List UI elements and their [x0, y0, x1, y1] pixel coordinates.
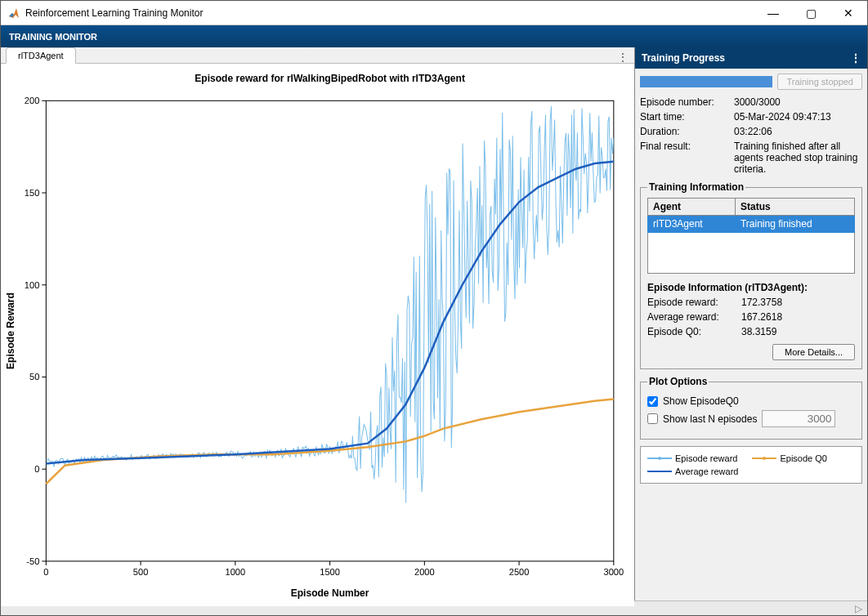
plot-options-group: Plot Options Show EpisodeQ0 Show last N … [640, 376, 862, 440]
svg-text:Episode Number: Episode Number [291, 587, 369, 599]
table-row[interactable]: rlTD3AgentTraining finished [648, 216, 855, 233]
tab-options-icon[interactable]: ⋮ [617, 51, 628, 64]
titlebar: Reinforcement Learning Training Monitor … [1, 1, 867, 25]
close-button[interactable]: ✕ [830, 1, 867, 25]
document-tabbar: rlTD3Agent ⋮ [1, 47, 634, 64]
cell-status: Training finished [735, 216, 854, 233]
ep-reward-value: 172.3758 [741, 297, 855, 308]
svg-text:-50: -50 [26, 556, 39, 566]
show-lastn-input[interactable] [762, 410, 835, 427]
ep-q0-label: Episode Q0: [647, 326, 741, 337]
training-information-legend: Training Information [647, 181, 745, 193]
show-episodeq0-row[interactable]: Show EpisodeQ0 [647, 395, 855, 407]
show-episodeq0-checkbox[interactable] [647, 396, 658, 407]
training-stopped-button: Training stopped [777, 74, 862, 90]
plot-options-legend: Plot Options [647, 376, 709, 387]
avg-reward-label: Average reward: [647, 311, 741, 323]
training-information-group: Training Information AgentStatus rlTD3Ag… [640, 181, 862, 369]
svg-text:3000: 3000 [604, 567, 624, 577]
svg-text:Episode reward for rlWalkingBi: Episode reward for rlWalkingBipedRobot w… [195, 73, 465, 84]
final-result-label: Final result: [640, 141, 734, 175]
matlab-logo-icon [7, 7, 20, 20]
svg-text:2000: 2000 [414, 567, 435, 577]
show-lastn-row[interactable]: Show last N episodes [647, 410, 855, 427]
episode-number-label: Episode number: [640, 96, 734, 108]
svg-text:0: 0 [43, 567, 48, 577]
chart-area[interactable]: 050010001500200025003000-50050100150200E… [1, 64, 634, 606]
svg-text:50: 50 [29, 372, 39, 382]
window-title: Reinforcement Learning Training Monitor [25, 7, 754, 19]
show-lastn-label: Show last N episodes [663, 413, 757, 425]
svg-text:Episode Reward: Episode Reward [5, 292, 16, 369]
training-progress-header: Training Progress ⋮ [635, 47, 867, 69]
minimize-button[interactable]: — [754, 1, 792, 25]
svg-text:2500: 2500 [509, 567, 530, 577]
svg-text:0: 0 [34, 464, 39, 474]
panel-options-icon[interactable]: ⋮ [850, 51, 861, 65]
maximize-button[interactable]: ▢ [792, 1, 830, 25]
episode-number-value: 3000/3000 [734, 96, 862, 108]
avg-reward-value: 167.2618 [741, 311, 855, 323]
agents-table[interactable]: AgentStatus rlTD3AgentTraining finished [647, 198, 855, 274]
cell-agent: rlTD3Agent [648, 216, 736, 233]
ep-q0-value: 38.3159 [741, 326, 855, 337]
duration-value: 03:22:06 [734, 126, 862, 137]
svg-text:200: 200 [25, 96, 39, 105]
more-details-button[interactable]: More Details... [772, 344, 855, 360]
svg-text:150: 150 [25, 188, 39, 198]
panel-title: Training Progress [642, 52, 725, 64]
tab-rltd3agent[interactable]: rlTD3Agent [6, 47, 76, 64]
episode-info-header: Episode Information (rlTD3Agent): [647, 282, 855, 293]
show-episodeq0-label: Show EpisodeQ0 [663, 395, 739, 407]
show-lastn-checkbox[interactable] [647, 413, 658, 424]
svg-text:100: 100 [25, 280, 39, 290]
progress-bar [640, 76, 772, 87]
start-time-label: Start time: [640, 111, 734, 123]
chart-legend: Episode reward Episode Q0 Average reward [640, 446, 862, 484]
start-time-value: 05-Mar-2024 09:47:13 [734, 111, 862, 123]
ep-reward-label: Episode reward: [647, 297, 741, 308]
toolstrip-tab[interactable]: TRAINING MONITOR [1, 25, 867, 47]
legend-episode-reward: Episode reward [647, 453, 737, 463]
col-status: Status [735, 199, 854, 216]
final-result-value: Training finished after all agents reach… [734, 141, 862, 175]
legend-episode-q0: Episode Q0 [752, 453, 826, 463]
duration-label: Duration: [640, 126, 734, 137]
svg-text:500: 500 [133, 567, 148, 577]
legend-average-reward: Average reward [647, 466, 738, 476]
svg-text:1500: 1500 [320, 567, 340, 577]
svg-text:1000: 1000 [226, 567, 246, 577]
resize-grip-icon[interactable]: ▷ [855, 603, 862, 614]
col-agent: Agent [648, 199, 736, 216]
